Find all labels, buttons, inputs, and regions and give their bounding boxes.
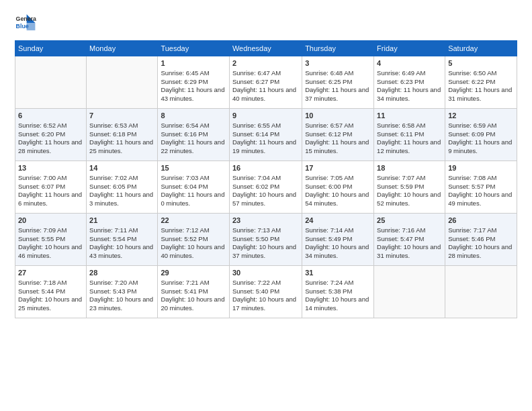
day-number: 11	[377, 111, 442, 121]
week-row-2: 6Sunrise: 6:52 AMSunset: 6:20 PMDaylight…	[15, 109, 517, 161]
day-number: 5	[448, 58, 514, 68]
calendar-cell: 30Sunrise: 7:22 AMSunset: 5:40 PMDayligh…	[229, 266, 302, 318]
calendar-cell: 8Sunrise: 6:54 AMSunset: 6:16 PMDaylight…	[158, 109, 230, 161]
col-header-monday: Monday	[87, 41, 158, 56]
calendar-cell	[374, 266, 445, 318]
calendar-cell: 20Sunrise: 7:09 AMSunset: 5:55 PMDayligh…	[15, 214, 87, 266]
day-number: 4	[377, 58, 442, 68]
week-row-4: 20Sunrise: 7:09 AMSunset: 5:55 PMDayligh…	[15, 214, 517, 266]
calendar-cell: 5Sunrise: 6:50 AMSunset: 6:22 PMDaylight…	[445, 56, 517, 109]
calendar-cell: 15Sunrise: 7:03 AMSunset: 6:04 PMDayligh…	[158, 161, 230, 214]
calendar-cell: 26Sunrise: 7:17 AMSunset: 5:46 PMDayligh…	[445, 214, 517, 266]
logo-icon: General Blue	[15, 12, 36, 34]
day-number: 6	[18, 111, 83, 121]
day-number: 26	[448, 216, 514, 226]
calendar-cell: 21Sunrise: 7:11 AMSunset: 5:54 PMDayligh…	[87, 214, 158, 266]
day-number: 31	[305, 268, 371, 278]
day-number: 24	[305, 216, 371, 226]
day-number: 27	[18, 268, 83, 278]
calendar-cell: 16Sunrise: 7:04 AMSunset: 6:02 PMDayligh…	[229, 161, 302, 214]
day-number: 8	[161, 111, 226, 121]
week-row-1: 1Sunrise: 6:45 AMSunset: 6:29 PMDaylight…	[15, 56, 517, 109]
calendar-cell: 27Sunrise: 7:18 AMSunset: 5:44 PMDayligh…	[15, 266, 87, 318]
calendar-cell: 11Sunrise: 6:58 AMSunset: 6:11 PMDayligh…	[374, 109, 445, 161]
calendar-cell: 29Sunrise: 7:21 AMSunset: 5:41 PMDayligh…	[158, 266, 230, 318]
calendar-cell: 6Sunrise: 6:52 AMSunset: 6:20 PMDaylight…	[15, 109, 87, 161]
col-header-tuesday: Tuesday	[158, 41, 230, 56]
calendar: SundayMondayTuesdayWednesdayThursdayFrid…	[15, 40, 517, 318]
calendar-cell: 31Sunrise: 7:24 AMSunset: 5:38 PMDayligh…	[302, 266, 374, 318]
col-header-thursday: Thursday	[302, 41, 374, 56]
calendar-cell	[445, 266, 517, 318]
calendar-cell: 23Sunrise: 7:13 AMSunset: 5:50 PMDayligh…	[229, 214, 302, 266]
calendar-cell: 3Sunrise: 6:48 AMSunset: 6:25 PMDaylight…	[302, 56, 374, 109]
calendar-cell: 17Sunrise: 7:05 AMSunset: 6:00 PMDayligh…	[302, 161, 374, 214]
week-row-3: 13Sunrise: 7:00 AMSunset: 6:07 PMDayligh…	[15, 161, 517, 214]
day-number: 12	[448, 111, 514, 121]
day-number: 19	[448, 163, 514, 173]
day-number: 15	[161, 163, 226, 173]
calendar-cell: 22Sunrise: 7:12 AMSunset: 5:52 PMDayligh…	[158, 214, 230, 266]
calendar-cell: 24Sunrise: 7:14 AMSunset: 5:49 PMDayligh…	[302, 214, 374, 266]
calendar-cell: 1Sunrise: 6:45 AMSunset: 6:29 PMDaylight…	[158, 56, 230, 109]
page: General Blue SundayMondayTuesdayWednesda…	[0, 0, 532, 411]
day-number: 9	[232, 111, 299, 121]
calendar-cell: 19Sunrise: 7:08 AMSunset: 5:57 PMDayligh…	[445, 161, 517, 214]
calendar-cell: 25Sunrise: 7:16 AMSunset: 5:47 PMDayligh…	[374, 214, 445, 266]
day-number: 20	[18, 216, 83, 226]
day-number: 13	[18, 163, 83, 173]
calendar-cell: 4Sunrise: 6:49 AMSunset: 6:23 PMDaylight…	[374, 56, 445, 109]
day-number: 23	[232, 216, 299, 226]
calendar-cell: 7Sunrise: 6:53 AMSunset: 6:18 PMDaylight…	[87, 109, 158, 161]
calendar-header-row: SundayMondayTuesdayWednesdayThursdayFrid…	[15, 41, 517, 56]
col-header-friday: Friday	[374, 41, 445, 56]
day-number: 29	[161, 268, 226, 278]
calendar-cell: 12Sunrise: 6:59 AMSunset: 6:09 PMDayligh…	[445, 109, 517, 161]
day-number: 16	[232, 163, 299, 173]
svg-text:General: General	[16, 15, 36, 22]
day-number: 2	[232, 58, 299, 68]
logo: General Blue	[15, 12, 38, 34]
day-number: 3	[305, 58, 371, 68]
svg-text:Blue: Blue	[16, 23, 29, 30]
day-number: 18	[377, 163, 442, 173]
calendar-cell: 2Sunrise: 6:47 AMSunset: 6:27 PMDaylight…	[229, 56, 302, 109]
day-number: 30	[232, 268, 299, 278]
day-number: 7	[89, 111, 154, 121]
header: General Blue	[15, 12, 517, 34]
day-number: 14	[89, 163, 154, 173]
calendar-cell: 13Sunrise: 7:00 AMSunset: 6:07 PMDayligh…	[15, 161, 87, 214]
calendar-cell: 9Sunrise: 6:55 AMSunset: 6:14 PMDaylight…	[229, 109, 302, 161]
day-number: 10	[305, 111, 371, 121]
calendar-cell: 14Sunrise: 7:02 AMSunset: 6:05 PMDayligh…	[87, 161, 158, 214]
calendar-cell	[87, 56, 158, 109]
calendar-cell	[15, 56, 87, 109]
col-header-sunday: Sunday	[15, 41, 87, 56]
calendar-cell: 28Sunrise: 7:20 AMSunset: 5:43 PMDayligh…	[87, 266, 158, 318]
col-header-saturday: Saturday	[445, 41, 517, 56]
col-header-wednesday: Wednesday	[229, 41, 302, 56]
day-number: 22	[161, 216, 226, 226]
week-row-5: 27Sunrise: 7:18 AMSunset: 5:44 PMDayligh…	[15, 266, 517, 318]
calendar-cell: 10Sunrise: 6:57 AMSunset: 6:12 PMDayligh…	[302, 109, 374, 161]
day-number: 28	[89, 268, 154, 278]
day-number: 25	[377, 216, 442, 226]
day-number: 17	[305, 163, 371, 173]
day-number: 1	[161, 58, 226, 68]
calendar-cell: 18Sunrise: 7:07 AMSunset: 5:59 PMDayligh…	[374, 161, 445, 214]
day-number: 21	[89, 216, 154, 226]
